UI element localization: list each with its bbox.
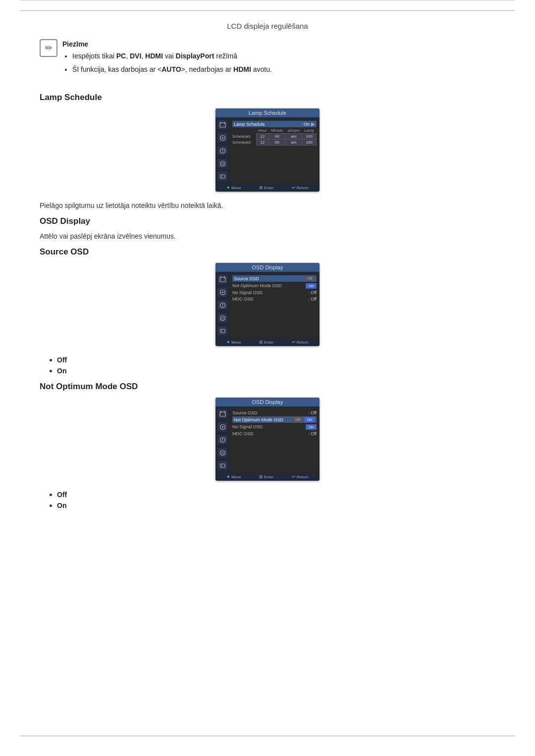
lamp-schedule-arrow: ▶ xyxy=(311,121,315,127)
note-content: Piezīme Iespējots tikai PC, DVI, HDMI va… xyxy=(62,40,272,85)
note-icon: ✏ xyxy=(40,39,57,57)
source-osd-bullet-on: On xyxy=(50,367,495,375)
not-optimum-off-label: Off xyxy=(57,491,67,499)
lamp-schedule2-lamp: 100 xyxy=(302,140,317,146)
osd-display-heading: OSD Display xyxy=(40,216,495,226)
source-osd-body: Source OSD Off Not Optimum Mode OSD On N… xyxy=(215,272,320,338)
source-osd-screen: OSD Display xyxy=(215,263,320,346)
nopt-off-value: Off xyxy=(292,417,303,422)
source-osd-on-label: On xyxy=(57,367,66,375)
page-header: LCD displeja regulēšana xyxy=(20,10,515,35)
not-optimum-bullet-on: On xyxy=(50,502,495,509)
source-osd-sidebar xyxy=(215,272,229,338)
lamp-col-minute: Minute xyxy=(269,128,285,134)
note-box: ✏ Piezīme Iespējots tikai PC, DVI, HDMI … xyxy=(40,40,495,85)
enter-icon: ⊞ xyxy=(259,185,263,190)
svg-point-7 xyxy=(222,151,223,152)
not-optimum-bullet-off: Off xyxy=(50,491,495,499)
nopt-footer-return-label: Return xyxy=(297,475,309,479)
not-optimum-value-1: On xyxy=(306,283,317,289)
not-optimum-row-1: Not Optimum Mode OSD On xyxy=(232,282,317,289)
note-item-1: Iespējots tikai PC, DVI, HDMI vai Displa… xyxy=(72,51,272,61)
source-osd-footer: ✦ Move ⊞ Enter ↩ Return xyxy=(215,338,320,346)
note-item-2: Šī funkcija, kas darbojas ar <AUTO>, ned… xyxy=(72,64,272,75)
not-optimum-label-1: Not Optimum Mode OSD xyxy=(232,283,282,288)
lamp-footer-return: ↩ Return xyxy=(292,185,309,190)
nopt-sidebar-icon-3 xyxy=(217,435,227,444)
lamp-schedule-main: Lamp Schedule : On ▶ Hour Minute xyxy=(229,117,320,184)
nopt-row-label: Not Optimum Mode OSD xyxy=(234,417,283,422)
source-osd-row-value: Off xyxy=(304,276,315,281)
lamp-col-hour: Hour xyxy=(256,128,268,134)
nopt-footer-move-label: Move xyxy=(231,475,241,479)
src-sidebar-icon-2 xyxy=(217,288,227,297)
nopt-footer-move: ✦ Move xyxy=(226,474,241,479)
sidebar-icon-2 xyxy=(217,133,227,142)
lamp-schedule1-ampm: am xyxy=(285,134,302,140)
nopt-source-osd-value: : Off xyxy=(308,410,317,415)
bullet-dot-4 xyxy=(50,504,52,507)
source-footer-enter: ⊞ Enter xyxy=(259,340,273,345)
lamp-schedule-desc: Pielāgo spilgtumu uz lietotāja noteiktu … xyxy=(40,202,495,209)
lamp-schedule2-hour: 12 xyxy=(256,140,268,146)
top-divider xyxy=(20,0,515,0)
source-osd-titlebar: OSD Display xyxy=(215,263,320,272)
nopt-no-signal-value: On xyxy=(306,424,317,430)
source-footer-move-label: Move xyxy=(231,340,241,345)
lamp-schedule-heading: Lamp Schedule xyxy=(40,93,495,102)
nopt-mdc-osd-label: MDC OSD xyxy=(232,431,254,436)
lamp-row-1: Schedule1 12 00 am 100 xyxy=(232,134,317,140)
source-osd-bullet-off: Off xyxy=(50,356,495,364)
lamp-schedule-sidebar xyxy=(215,117,229,184)
src-sidebar-icon-1 xyxy=(217,275,227,284)
nopt-enter-icon: ⊞ xyxy=(259,474,263,479)
src-sidebar-icon-4 xyxy=(217,313,227,322)
lamp-schedule1-minute: 00 xyxy=(269,134,285,140)
mdc-osd-value-1: : Off xyxy=(308,297,317,302)
lamp-schedule-row-value: : On xyxy=(301,122,310,127)
nopt-on-value: On xyxy=(304,417,315,422)
return-icon: ↩ xyxy=(292,185,296,190)
svg-rect-11 xyxy=(220,175,225,178)
nopt-footer-enter: ⊞ Enter xyxy=(259,474,273,479)
not-optimum-on-label: On xyxy=(57,502,66,509)
nopt-mdc-osd-row: MDC OSD : Off xyxy=(232,430,317,437)
svg-rect-24 xyxy=(220,329,225,333)
src-sidebar-icon-3 xyxy=(217,301,227,309)
sidebar-icon-3 xyxy=(217,146,227,155)
main-content: ✏ Piezīme Iespējots tikai PC, DVI, HDMI … xyxy=(40,40,495,532)
no-signal-value-1: : Off xyxy=(308,290,317,295)
svg-point-30 xyxy=(222,426,223,428)
source-osd-off-label: Off xyxy=(57,356,67,364)
nopt-sidebar-icon-5 xyxy=(217,461,227,470)
src-sidebar-icon-5 xyxy=(217,326,227,335)
lamp-schedule-footer: ✦ Move ⊞ Enter ↩ Return xyxy=(215,184,320,192)
osd-display-desc: Attēlo vai paslēpj ekrāna izvēlnes vienu… xyxy=(40,232,495,240)
lamp-schedule1-hour: 12 xyxy=(256,134,268,140)
nopt-return-icon: ↩ xyxy=(292,474,296,479)
mdc-osd-row-1: MDC OSD : Off xyxy=(232,296,317,302)
src-enter-icon: ⊞ xyxy=(259,340,263,345)
lamp-footer-move: ✦ Move xyxy=(226,185,241,190)
bottom-divider xyxy=(20,736,515,736)
source-osd-row-label: Source OSD xyxy=(234,276,259,281)
svg-point-33 xyxy=(222,440,223,441)
nopt-footer-enter-label: Enter xyxy=(264,475,273,479)
lamp-footer-return-label: Return xyxy=(297,186,309,190)
lamp-schedule-body: Lamp Schedule : On ▶ Hour Minute xyxy=(215,117,320,184)
bullet-dot-1 xyxy=(50,359,52,361)
lamp-schedule2-label: Schedule2 xyxy=(232,140,256,146)
source-osd-screen-wrap: OSD Display xyxy=(40,263,495,346)
not-optimum-sidebar xyxy=(215,406,229,473)
mdc-osd-label-1: MDC OSD xyxy=(232,297,254,302)
sidebar-icon-1 xyxy=(217,120,227,129)
source-osd-main: Source OSD Off Not Optimum Mode OSD On N… xyxy=(229,272,320,338)
note-label: Piezīme xyxy=(62,40,272,48)
source-footer-enter-label: Enter xyxy=(264,340,273,345)
svg-point-17 xyxy=(222,292,223,293)
lamp-footer-enter-label: Enter xyxy=(264,186,273,190)
not-optimum-footer: ✦ Move ⊞ Enter ↩ Return xyxy=(215,473,320,481)
nopt-highlight-row: Not Optimum Mode OSD Off On xyxy=(232,416,317,423)
nopt-mdc-osd-value: : Off xyxy=(308,431,317,436)
nopt-no-signal-label: No Signal OSD xyxy=(232,424,263,429)
